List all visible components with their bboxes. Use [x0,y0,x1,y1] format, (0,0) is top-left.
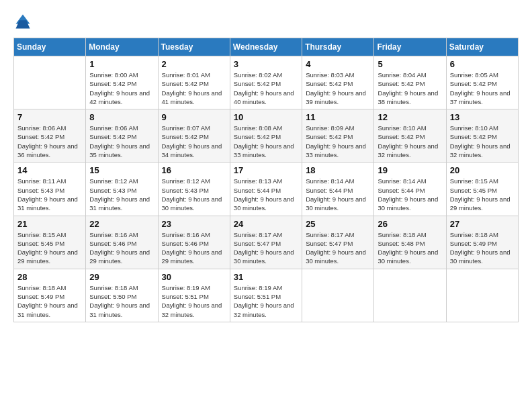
calendar-table: SundayMondayTuesdayWednesdayThursdayFrid… [13,38,519,322]
day-info: Sunrise: 8:18 AMSunset: 5:50 PMDaylight:… [89,283,154,319]
logo-icon [13,12,32,31]
day-info: Sunrise: 8:01 AMSunset: 5:42 PMDaylight:… [162,71,226,106]
calendar-cell: 13Sunrise: 8:10 AMSunset: 5:42 PMDayligh… [446,109,518,163]
calendar-cell: 30Sunrise: 8:19 AMSunset: 5:51 PMDayligh… [158,269,230,322]
day-number: 6 [450,59,515,69]
day-info: Sunrise: 8:04 AMSunset: 5:42 PMDaylight:… [378,71,442,106]
calendar-cell [302,269,374,322]
day-number: 13 [450,112,515,122]
day-number: 31 [234,272,298,282]
day-number: 21 [17,219,82,229]
day-info: Sunrise: 8:19 AMSunset: 5:51 PMDaylight:… [234,283,298,319]
day-number: 9 [162,112,226,122]
calendar-cell: 11Sunrise: 8:09 AMSunset: 5:42 PMDayligh… [302,109,374,163]
day-number: 17 [234,165,298,175]
week-row-2: 14Sunrise: 8:11 AMSunset: 5:43 PMDayligh… [14,163,519,216]
day-info: Sunrise: 8:11 AMSunset: 5:43 PMDaylight:… [17,177,82,212]
day-info: Sunrise: 8:07 AMSunset: 5:42 PMDaylight:… [162,124,226,159]
calendar-cell: 15Sunrise: 8:12 AMSunset: 5:43 PMDayligh… [86,163,158,216]
day-info: Sunrise: 8:18 AMSunset: 5:48 PMDaylight:… [378,230,442,266]
calendar-cell: 26Sunrise: 8:18 AMSunset: 5:48 PMDayligh… [374,216,446,269]
calendar-cell: 7Sunrise: 8:06 AMSunset: 5:42 PMDaylight… [14,109,86,163]
day-info: Sunrise: 8:00 AMSunset: 5:42 PMDaylight:… [89,71,154,106]
header-sunday: Sunday [14,38,86,56]
day-number: 22 [89,219,154,229]
day-info: Sunrise: 8:02 AMSunset: 5:42 PMDaylight:… [234,71,298,106]
calendar-cell [446,269,518,322]
header-monday: Monday [86,38,158,56]
header-friday: Friday [374,38,446,56]
week-row-3: 21Sunrise: 8:15 AMSunset: 5:45 PMDayligh… [14,216,519,269]
calendar-cell: 1Sunrise: 8:00 AMSunset: 5:42 PMDaylight… [86,56,158,109]
day-info: Sunrise: 8:14 AMSunset: 5:44 PMDaylight:… [306,177,370,212]
calendar-cell: 31Sunrise: 8:19 AMSunset: 5:51 PMDayligh… [230,269,302,322]
day-info: Sunrise: 8:17 AMSunset: 5:47 PMDaylight:… [234,230,298,266]
calendar-cell: 9Sunrise: 8:07 AMSunset: 5:42 PMDaylight… [158,109,230,163]
day-number: 27 [450,219,515,229]
day-info: Sunrise: 8:15 AMSunset: 5:45 PMDaylight:… [17,230,82,266]
day-info: Sunrise: 8:06 AMSunset: 5:42 PMDaylight:… [89,124,154,159]
day-info: Sunrise: 8:09 AMSunset: 5:42 PMDaylight:… [306,124,370,159]
calendar-cell: 29Sunrise: 8:18 AMSunset: 5:50 PMDayligh… [86,269,158,322]
day-info: Sunrise: 8:10 AMSunset: 5:42 PMDaylight:… [378,124,442,159]
day-number: 16 [162,165,226,175]
calendar-cell: 4Sunrise: 8:03 AMSunset: 5:42 PMDaylight… [302,56,374,109]
day-info: Sunrise: 8:12 AMSunset: 5:43 PMDaylight:… [162,177,226,212]
day-number: 1 [89,59,154,69]
calendar-cell: 21Sunrise: 8:15 AMSunset: 5:45 PMDayligh… [14,216,86,269]
day-info: Sunrise: 8:08 AMSunset: 5:42 PMDaylight:… [234,124,298,159]
day-number: 25 [306,219,370,229]
calendar-cell: 2Sunrise: 8:01 AMSunset: 5:42 PMDaylight… [158,56,230,109]
day-number: 29 [89,272,154,282]
day-number: 4 [306,59,370,69]
calendar-cell: 5Sunrise: 8:04 AMSunset: 5:42 PMDaylight… [374,56,446,109]
day-number: 23 [162,219,226,229]
calendar-cell: 16Sunrise: 8:12 AMSunset: 5:43 PMDayligh… [158,163,230,216]
calendar-cell [14,56,86,109]
header-wednesday: Wednesday [230,38,302,56]
day-info: Sunrise: 8:03 AMSunset: 5:42 PMDaylight:… [306,71,370,106]
calendar-cell: 28Sunrise: 8:18 AMSunset: 5:49 PMDayligh… [14,269,86,322]
header-thursday: Thursday [302,38,374,56]
header-tuesday: Tuesday [158,38,230,56]
day-info: Sunrise: 8:05 AMSunset: 5:42 PMDaylight:… [450,71,515,106]
calendar-cell: 25Sunrise: 8:17 AMSunset: 5:47 PMDayligh… [302,216,374,269]
calendar-cell: 10Sunrise: 8:08 AMSunset: 5:42 PMDayligh… [230,109,302,163]
day-number: 19 [378,165,442,175]
day-number: 5 [378,59,442,69]
day-number: 12 [378,112,442,122]
day-number: 26 [378,219,442,229]
day-number: 10 [234,112,298,122]
day-number: 15 [89,165,154,175]
day-info: Sunrise: 8:18 AMSunset: 5:49 PMDaylight:… [450,230,515,266]
day-info: Sunrise: 8:17 AMSunset: 5:47 PMDaylight:… [306,230,370,266]
calendar-cell: 12Sunrise: 8:10 AMSunset: 5:42 PMDayligh… [374,109,446,163]
day-info: Sunrise: 8:16 AMSunset: 5:46 PMDaylight:… [162,230,226,266]
calendar-cell: 24Sunrise: 8:17 AMSunset: 5:47 PMDayligh… [230,216,302,269]
day-number: 2 [162,59,226,69]
day-info: Sunrise: 8:18 AMSunset: 5:49 PMDaylight:… [17,283,82,319]
calendar-cell: 14Sunrise: 8:11 AMSunset: 5:43 PMDayligh… [14,163,86,216]
week-row-0: 1Sunrise: 8:00 AMSunset: 5:42 PMDaylight… [14,56,519,109]
day-info: Sunrise: 8:15 AMSunset: 5:45 PMDaylight:… [450,177,515,212]
day-number: 11 [306,112,370,122]
day-info: Sunrise: 8:12 AMSunset: 5:43 PMDaylight:… [89,177,154,212]
calendar-cell: 22Sunrise: 8:16 AMSunset: 5:46 PMDayligh… [86,216,158,269]
day-info: Sunrise: 8:16 AMSunset: 5:46 PMDaylight:… [89,230,154,266]
calendar-cell: 8Sunrise: 8:06 AMSunset: 5:42 PMDaylight… [86,109,158,163]
day-info: Sunrise: 8:06 AMSunset: 5:42 PMDaylight:… [17,124,82,159]
day-info: Sunrise: 8:19 AMSunset: 5:51 PMDaylight:… [162,283,226,319]
day-number: 18 [306,165,370,175]
day-number: 7 [17,112,82,122]
header-saturday: Saturday [446,38,518,56]
day-number: 8 [89,112,154,122]
header [13,12,519,31]
calendar-cell: 20Sunrise: 8:15 AMSunset: 5:45 PMDayligh… [446,163,518,216]
calendar-cell: 17Sunrise: 8:13 AMSunset: 5:44 PMDayligh… [230,163,302,216]
day-number: 20 [450,165,515,175]
day-number: 14 [17,165,82,175]
calendar-page: SundayMondayTuesdayWednesdayThursdayFrid… [0,0,532,411]
calendar-cell: 6Sunrise: 8:05 AMSunset: 5:42 PMDaylight… [446,56,518,109]
week-row-4: 28Sunrise: 8:18 AMSunset: 5:49 PMDayligh… [14,269,519,322]
day-number: 28 [17,272,82,282]
